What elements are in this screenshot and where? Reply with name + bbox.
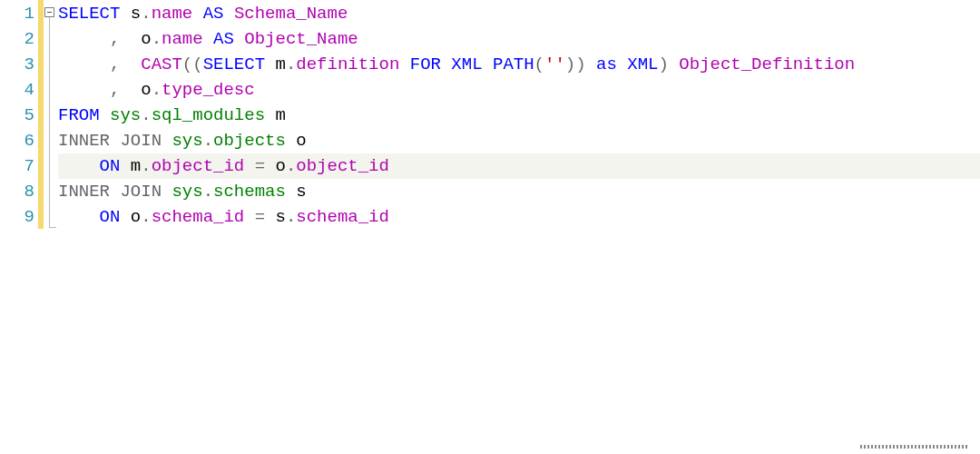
sys-object: schemas <box>213 182 286 202</box>
kw-from: FROM <box>58 105 100 125</box>
alias: o <box>296 131 306 151</box>
sys-object: objects <box>213 131 286 151</box>
dot-icon: . <box>286 207 296 227</box>
dot-icon: . <box>203 131 213 151</box>
dot-icon: . <box>152 29 162 49</box>
code-line[interactable]: , CAST((SELECT m.definition FOR XML PATH… <box>58 52 980 77</box>
code-line[interactable]: FROM sys.sql_modules m <box>58 103 980 128</box>
alias: o <box>275 156 285 176</box>
kw-join: JOIN <box>120 131 162 151</box>
alias: s <box>296 182 306 202</box>
col-name: name <box>152 4 193 24</box>
kw-path: PATH <box>493 54 534 74</box>
col-name: definition <box>296 54 399 74</box>
dot-icon: . <box>203 182 213 202</box>
paren-close: )) <box>565 54 586 74</box>
kw-inner: INNER <box>58 182 110 202</box>
string-literal: '' <box>544 54 565 74</box>
kw-join: JOIN <box>120 182 162 202</box>
sys-object: sql_modules <box>152 105 265 125</box>
dot-icon: . <box>141 207 151 227</box>
resize-grip-icon[interactable] <box>860 445 969 449</box>
kw-on: ON <box>100 207 121 227</box>
line-number: 2 <box>0 26 38 52</box>
dot-icon: . <box>141 4 151 24</box>
col-name: type_desc <box>162 80 255 100</box>
line-number: 7 <box>0 153 38 179</box>
line-number: 4 <box>0 77 38 103</box>
line-number: 6 <box>0 128 38 153</box>
col-name: name <box>162 29 203 49</box>
fold-toggle-icon[interactable] <box>44 7 54 17</box>
schema-sys: sys <box>110 105 141 125</box>
alias: s <box>275 207 285 227</box>
col-name: object_id <box>152 156 245 176</box>
kw-select: SELECT <box>58 4 120 24</box>
col-name: object_id <box>296 156 389 176</box>
kw-on: ON <box>100 156 121 176</box>
sql-editor[interactable]: 1 2 3 4 5 6 7 8 9 SELECT s.name AS Schem… <box>0 0 980 454</box>
code-line[interactable]: , o.type_desc <box>58 77 980 103</box>
code-line[interactable]: ON o.schema_id = s.schema_id <box>58 204 980 230</box>
fold-guide-end <box>49 227 56 228</box>
schema-sys: sys <box>172 182 202 202</box>
alias: m <box>275 105 285 125</box>
code-line[interactable]: , o.name AS Object_Name <box>58 26 980 52</box>
alias: o <box>141 29 151 49</box>
dot-icon: . <box>141 156 151 176</box>
col-alias: Object_Name <box>244 29 358 49</box>
comma-icon: , <box>110 54 120 74</box>
dot-icon: . <box>286 156 296 176</box>
equals-op: = <box>255 156 265 176</box>
dot-icon: . <box>152 80 162 100</box>
code-text-area[interactable]: SELECT s.name AS Schema_Name , o.name AS… <box>58 0 980 454</box>
dot-icon: . <box>286 54 296 74</box>
kw-as: AS <box>203 4 224 24</box>
code-line[interactable]: SELECT s.name AS Schema_Name <box>58 1 980 26</box>
col-name: schema_id <box>296 207 389 227</box>
alias: o <box>141 80 151 100</box>
comma-icon: , <box>110 80 120 100</box>
kw-select: SELECT <box>203 54 265 74</box>
paren-open: (( <box>182 54 203 74</box>
alias: m <box>275 54 285 74</box>
line-number: 1 <box>0 1 38 26</box>
col-alias: Object_Definition <box>679 54 855 74</box>
func-cast: CAST <box>141 54 182 74</box>
dot-icon: . <box>141 105 151 125</box>
paren-open: ( <box>534 54 544 74</box>
line-number: 9 <box>0 204 38 230</box>
line-number-gutter: 1 2 3 4 5 6 7 8 9 <box>0 0 38 454</box>
kw-as: AS <box>213 29 234 49</box>
col-name: schema_id <box>152 207 245 227</box>
alias: m <box>131 156 141 176</box>
comma-icon: , <box>110 29 120 49</box>
equals-op: = <box>255 207 265 227</box>
code-line[interactable]: ON m.object_id = o.object_id <box>58 153 980 179</box>
kw-as: as <box>596 54 617 74</box>
col-alias: Schema_Name <box>234 4 348 24</box>
alias: o <box>131 207 141 227</box>
alias: s <box>131 4 141 24</box>
line-number: 3 <box>0 52 38 77</box>
fold-guide-line <box>49 17 50 228</box>
kw-xml: XML <box>451 54 482 74</box>
fold-gutter <box>44 0 58 454</box>
code-line[interactable]: INNER JOIN sys.schemas s <box>58 179 980 204</box>
kw-inner: INNER <box>58 131 110 151</box>
kw-for: FOR <box>410 54 441 74</box>
line-number: 8 <box>0 179 38 204</box>
line-number: 5 <box>0 103 38 128</box>
code-line[interactable]: INNER JOIN sys.objects o <box>58 128 980 153</box>
paren-close: ) <box>658 54 668 74</box>
schema-sys: sys <box>172 131 202 151</box>
type-xml: XML <box>627 54 658 74</box>
